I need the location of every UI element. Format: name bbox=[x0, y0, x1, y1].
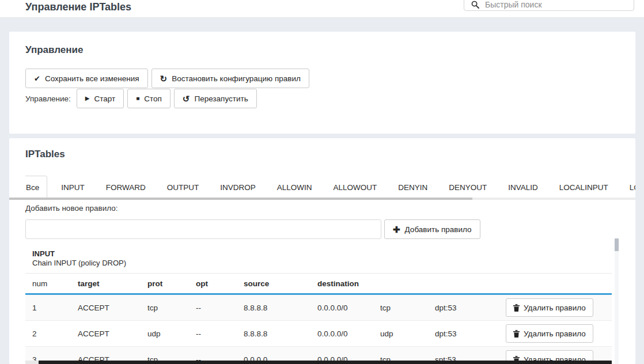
delete-rule-button[interactable]: Удалить правило bbox=[506, 324, 593, 343]
table-body: 1 ACCEPT tcp -- 8.8.8.8 0.0.0.0/0 tcp dp… bbox=[25, 295, 612, 364]
cell-prot: tcp bbox=[147, 304, 196, 312]
restore-config-label: Востановить конфигурацию правил bbox=[172, 74, 301, 83]
play-icon: ▶ bbox=[85, 96, 90, 101]
tabs-scrollbar-thumb[interactable] bbox=[9, 198, 472, 200]
management-card-title: Управление bbox=[25, 44, 83, 56]
management-buttons-row: ✔ Сохранить все изменения ↻ Востановить … bbox=[25, 69, 309, 88]
chain-tab[interactable]: ALLOWIN bbox=[277, 183, 312, 192]
start-button[interactable]: ▶ Старт bbox=[77, 89, 124, 108]
cell-prot: udp bbox=[147, 329, 196, 338]
restore-config-button[interactable]: ↻ Востановить конфигурацию правил bbox=[151, 69, 309, 88]
column-header: target bbox=[78, 279, 147, 288]
restart-label: Перезапустить bbox=[194, 94, 248, 103]
cell-proto: udp bbox=[380, 329, 435, 338]
horizontal-scrollbar-thumb[interactable] bbox=[39, 361, 612, 364]
chain-tabs: ВсеINPUTFORWARDOUTPUTINVDROPALLOWINALLOW… bbox=[25, 176, 635, 199]
add-rule-button[interactable]: ✚ Добавить правило bbox=[384, 219, 480, 239]
iptables-card: IPTables ВсеINPUTFORWARDOUTPUTINVDROPALL… bbox=[9, 138, 635, 364]
start-label: Старт bbox=[94, 94, 116, 103]
stop-button[interactable]: ■ Стоп bbox=[127, 89, 171, 108]
table-row: 2 ACCEPT udp -- 8.8.8.8 0.0.0.0/0 udp dp… bbox=[25, 321, 612, 347]
chain-tab[interactable]: Все bbox=[25, 176, 47, 199]
plus-icon: ✚ bbox=[393, 225, 400, 234]
cell-target: ACCEPT bbox=[78, 329, 147, 338]
cell-opt: -- bbox=[196, 329, 244, 338]
cell-destination: 0.0.0.0/0 bbox=[317, 329, 380, 338]
tabs-horizontal-scrollbar[interactable] bbox=[9, 198, 635, 200]
rules-table: INPUT Chain INPUT (policy DROP) numtarge… bbox=[25, 239, 612, 364]
chain-tab[interactable]: FORWARD bbox=[106, 183, 146, 192]
management-card: Управление ✔ Сохранить все изменения ↻ В… bbox=[9, 32, 635, 134]
add-rule-label: Добавить новое правило: bbox=[25, 204, 118, 213]
column-header: prot bbox=[147, 279, 196, 288]
vertical-scrollbar-thumb[interactable] bbox=[615, 238, 619, 251]
table-vertical-scrollbar[interactable] bbox=[615, 238, 619, 364]
chain-tab[interactable]: INVALID bbox=[508, 183, 538, 192]
cell-port: dpt:53 bbox=[435, 304, 506, 312]
cell-proto: tcp bbox=[380, 304, 435, 312]
cell-opt: -- bbox=[196, 304, 244, 312]
chain-tab[interactable]: LOCALINPUT bbox=[559, 183, 608, 192]
table-header-row: numtargetprotoptsourcedestination bbox=[25, 273, 612, 295]
restart-button[interactable]: ↺ Перезапустить bbox=[174, 89, 257, 108]
control-label: Управление: bbox=[25, 94, 71, 103]
delete-rule-label: Удалить правило bbox=[524, 329, 586, 338]
delete-rule-button[interactable]: Удалить правило bbox=[506, 298, 593, 317]
cell-port: dpt:53 bbox=[435, 329, 506, 338]
undo-icon: ↺ bbox=[183, 94, 190, 103]
column-header: source bbox=[244, 279, 317, 288]
save-all-changes-button[interactable]: ✔ Сохранить все изменения bbox=[25, 69, 148, 88]
quick-search-box[interactable]: Быстрый поиск bbox=[464, 0, 634, 11]
chain-info: Chain INPUT (policy DROP) bbox=[25, 258, 612, 273]
cell-source: 8.8.8.8 bbox=[244, 304, 317, 312]
add-rule-button-label: Добавить правило bbox=[405, 225, 472, 234]
save-all-changes-label: Сохранить все изменения bbox=[45, 74, 139, 83]
check-icon: ✔ bbox=[34, 75, 40, 82]
chain-tab[interactable]: DENYOUT bbox=[449, 183, 487, 192]
trash-icon bbox=[513, 304, 520, 312]
chain-tab[interactable]: OUTPUT bbox=[167, 183, 199, 192]
chain-tab[interactable]: ALLOWOUT bbox=[334, 183, 377, 192]
table-horizontal-scrollbar[interactable] bbox=[25, 361, 612, 364]
chain-tab[interactable]: DENYIN bbox=[398, 183, 427, 192]
delete-rule-label: Удалить правило bbox=[524, 304, 586, 312]
page-title: Управление IPTables bbox=[25, 1, 131, 13]
cell-num: 2 bbox=[32, 329, 78, 338]
iptables-card-title: IPTables bbox=[25, 149, 65, 160]
stop-icon: ■ bbox=[136, 96, 139, 101]
chain-tab[interactable]: LOCA bbox=[630, 183, 635, 192]
search-input[interactable]: Быстрый поиск bbox=[485, 0, 542, 9]
cell-source: 8.8.8.8 bbox=[244, 329, 317, 338]
trash-icon bbox=[513, 330, 520, 338]
cell-target: ACCEPT bbox=[78, 304, 147, 312]
column-header: destination bbox=[317, 279, 380, 288]
chain-tab[interactable]: INVDROP bbox=[220, 183, 256, 192]
column-header: num bbox=[32, 279, 78, 288]
stop-label: Стоп bbox=[144, 94, 162, 103]
cell-destination: 0.0.0.0/0 bbox=[317, 304, 380, 312]
service-control-row: Управление: ▶ Старт ■ Стоп ↺ Перезапусти… bbox=[25, 89, 257, 108]
refresh-icon: ↻ bbox=[160, 74, 168, 83]
chain-tab[interactable]: INPUT bbox=[61, 183, 85, 192]
search-icon bbox=[471, 1, 479, 9]
chain-name: INPUT bbox=[25, 239, 612, 258]
cell-num: 1 bbox=[32, 304, 78, 312]
add-rule-input[interactable] bbox=[25, 219, 381, 239]
column-header: opt bbox=[196, 279, 244, 288]
table-row: 1 ACCEPT tcp -- 8.8.8.8 0.0.0.0/0 tcp dp… bbox=[25, 295, 612, 321]
